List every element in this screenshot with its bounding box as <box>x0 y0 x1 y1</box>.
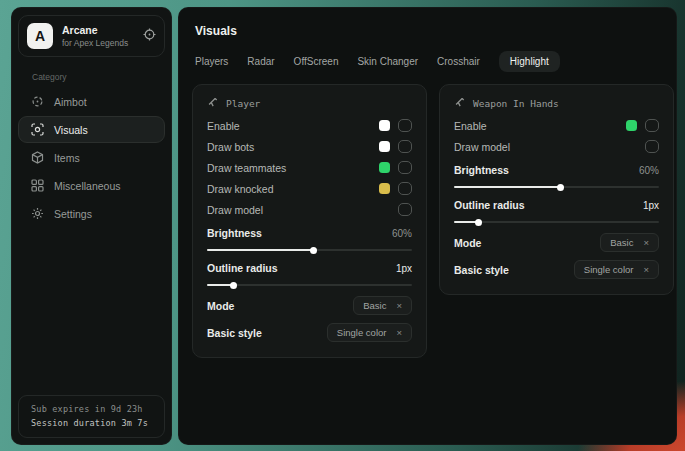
slider-value: 60% <box>392 228 412 239</box>
select-label: Mode <box>207 300 234 312</box>
subscription-info-box: Sub expires in 9d 23h Session duration 3… <box>18 395 165 438</box>
items-icon <box>31 151 44 164</box>
player-panel-header: Player <box>207 94 412 112</box>
toggle-label: Draw bots <box>207 141 254 153</box>
clear-icon[interactable]: × <box>643 265 649 275</box>
tab-bar: Players Radar OffScreen Skin Changer Cro… <box>195 51 676 72</box>
gun-icon <box>454 96 466 110</box>
select-row-basic-style: Basic style Single color × <box>207 320 412 345</box>
aimbot-icon <box>31 95 44 108</box>
basic-style-select[interactable]: Single color × <box>574 260 659 279</box>
sidebar-item-items[interactable]: Items <box>18 144 165 171</box>
select-row-basic-style: Basic style Single color × <box>454 257 659 282</box>
tab-crosshair[interactable]: Crosshair <box>437 51 480 72</box>
basic-style-select[interactable]: Single color × <box>327 323 412 342</box>
selected-value: Basic <box>363 300 386 311</box>
checkbox[interactable] <box>645 140 659 153</box>
main-panel: Visuals Players Radar OffScreen Skin Cha… <box>178 7 677 445</box>
tab-players[interactable]: Players <box>195 51 228 72</box>
color-swatch[interactable] <box>379 141 390 152</box>
target-button[interactable] <box>143 27 156 45</box>
sidebar: A Arcane for Apex Legends Category <box>11 7 172 445</box>
brightness-slider[interactable] <box>454 186 659 188</box>
slider-fill[interactable] <box>207 249 314 251</box>
toggle-label: Draw model <box>454 141 510 153</box>
sidebar-item-label: Visuals <box>54 124 88 136</box>
toggle-row-draw-knocked: Draw knocked <box>207 178 412 199</box>
app-logo: A <box>27 23 53 49</box>
category-label: Category <box>32 72 171 82</box>
checkbox[interactable] <box>645 119 659 132</box>
miscellaneous-icon <box>31 179 44 192</box>
slider-row-outline-radius: Outline radius 1px <box>454 195 659 215</box>
toggle-row-draw-bots: Draw bots <box>207 136 412 157</box>
app-titles: Arcane for Apex Legends <box>62 24 128 48</box>
sidebar-item-visuals[interactable]: Visuals <box>18 116 165 143</box>
select-label: Basic style <box>207 327 262 339</box>
selected-value: Single color <box>584 264 634 275</box>
clear-icon[interactable]: × <box>396 328 402 338</box>
color-swatch[interactable] <box>626 120 637 131</box>
slider-label: Brightness <box>454 164 509 176</box>
slider-fill[interactable] <box>454 221 479 223</box>
slider-label: Brightness <box>207 227 262 239</box>
tab-radar[interactable]: Radar <box>247 51 274 72</box>
mode-select[interactable]: Basic × <box>600 233 659 252</box>
checkbox[interactable] <box>398 140 412 153</box>
crosshair-icon <box>143 27 156 45</box>
select-label: Mode <box>454 237 481 249</box>
sidebar-item-label: Aimbot <box>54 96 87 108</box>
sidebar-item-label: Settings <box>54 208 92 220</box>
toggle-row-draw-teammates: Draw teammates <box>207 157 412 178</box>
player-panel-title: Player <box>226 98 260 109</box>
checkbox[interactable] <box>398 203 412 216</box>
sidebar-nav: Aimbot Visuals Items <box>12 88 171 227</box>
sidebar-item-settings[interactable]: Settings <box>18 200 165 227</box>
selected-value: Basic <box>610 237 633 248</box>
clear-icon[interactable]: × <box>396 301 402 311</box>
brightness-slider[interactable] <box>207 249 412 251</box>
mode-select[interactable]: Basic × <box>353 296 412 315</box>
tab-skin-changer[interactable]: Skin Changer <box>357 51 418 72</box>
weapon-panel-header: Weapon In Hands <box>454 94 659 112</box>
toggle-label: Enable <box>207 120 240 132</box>
checkbox[interactable] <box>398 161 412 174</box>
select-row-mode: Mode Basic × <box>207 293 412 318</box>
toggle-label: Draw model <box>207 204 263 216</box>
sidebar-item-aimbot[interactable]: Aimbot <box>18 88 165 115</box>
outline-radius-slider[interactable] <box>454 221 659 223</box>
slider-row-brightness: Brightness 60% <box>454 160 659 180</box>
weapon-panel-title: Weapon In Hands <box>473 98 559 109</box>
checkbox[interactable] <box>398 182 412 195</box>
slider-value: 1px <box>396 263 412 274</box>
slider-fill[interactable] <box>207 284 234 286</box>
page-title: Visuals <box>195 24 676 38</box>
toggle-row-draw-model: Draw model <box>207 199 412 220</box>
checkbox[interactable] <box>398 119 412 132</box>
toggle-row-draw-model: Draw model <box>454 136 659 157</box>
color-swatch[interactable] <box>379 183 390 194</box>
sub-expiry-text: Sub expires in 9d 23h <box>31 404 152 414</box>
toggle-label: Enable <box>454 120 487 132</box>
sidebar-item-label: Items <box>54 152 80 164</box>
sidebar-item-label: Miscellaneous <box>54 180 121 192</box>
select-label: Basic style <box>454 264 509 276</box>
slider-fill[interactable] <box>454 186 561 188</box>
outline-radius-slider[interactable] <box>207 284 412 286</box>
weapon-panel: Weapon In Hands Enable Draw model Bright… <box>439 84 674 295</box>
slider-row-brightness: Brightness 60% <box>207 223 412 243</box>
sidebar-item-miscellaneous[interactable]: Miscellaneous <box>18 172 165 199</box>
visuals-icon <box>31 123 44 136</box>
color-swatch[interactable] <box>379 162 390 173</box>
tab-offscreen[interactable]: OffScreen <box>294 51 339 72</box>
clear-icon[interactable]: × <box>643 238 649 248</box>
toggle-row-enable: Enable <box>454 115 659 136</box>
color-swatch[interactable] <box>379 120 390 131</box>
app-name: Arcane <box>62 24 128 36</box>
toggle-label: Draw knocked <box>207 183 274 195</box>
slider-value: 1px <box>643 200 659 211</box>
gear-icon <box>31 207 44 220</box>
tab-highlight[interactable]: Highlight <box>499 51 560 72</box>
toggle-row-enable: Enable <box>207 115 412 136</box>
player-panel: Player Enable Draw bots Draw teammates <box>192 84 427 358</box>
